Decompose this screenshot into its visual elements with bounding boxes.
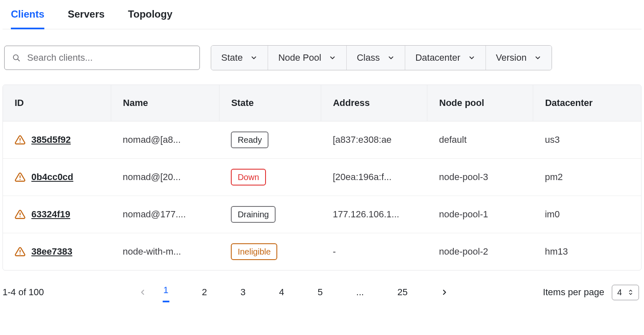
state-badge: Down	[231, 169, 266, 186]
pagination-row: 1-4 of 100 12345...25 Items per page 4	[3, 271, 641, 307]
page-number[interactable]: 2	[201, 284, 208, 300]
client-id-link[interactable]: 63324f19	[31, 209, 70, 220]
cell-dc: us3	[533, 121, 641, 159]
page-next-button[interactable]	[440, 288, 449, 296]
filter-node-pool[interactable]: Node Pool	[268, 46, 347, 70]
page-prev-button[interactable]	[138, 288, 147, 296]
cell-pool: node-pool-2	[427, 233, 533, 271]
cell-pool: node-pool-1	[427, 196, 533, 233]
controls-row: State Node Pool Class Datacenter Version	[3, 29, 641, 85]
page-number[interactable]: 1	[163, 282, 169, 302]
filter-group: State Node Pool Class Datacenter Version	[211, 45, 552, 70]
page-number[interactable]: 4	[278, 284, 285, 300]
page-ellipsis: ...	[355, 284, 365, 300]
cell-address: [a837:e308:ae	[321, 121, 427, 159]
filter-state[interactable]: State	[211, 46, 268, 70]
alert-triangle-icon	[15, 246, 26, 257]
cell-name: nomad@[20...	[111, 159, 220, 196]
cell-dc: im0	[533, 196, 641, 233]
chevron-down-icon	[387, 54, 395, 62]
page-number[interactable]: 3	[240, 284, 246, 300]
stepper-icon	[628, 289, 634, 296]
page-number[interactable]: 5	[317, 284, 324, 300]
tabs-bar: Clients Servers Topology	[3, 0, 641, 29]
filter-label: Node Pool	[278, 52, 321, 63]
filter-class[interactable]: Class	[347, 46, 405, 70]
chevron-down-icon	[329, 54, 336, 62]
col-header-id[interactable]: ID	[3, 85, 111, 121]
search-icon	[12, 54, 20, 62]
chevron-down-icon	[534, 54, 542, 62]
filter-label: Class	[357, 52, 380, 63]
filter-label: Version	[496, 52, 526, 63]
cell-pool: default	[427, 121, 533, 159]
cell-name: nomad@177....	[111, 196, 220, 233]
pagination-summary: 1-4 of 100	[3, 287, 44, 298]
alert-triangle-icon	[15, 172, 26, 183]
tab-servers[interactable]: Servers	[68, 8, 105, 29]
cell-pool: node-pool-3	[427, 159, 533, 196]
col-header-dc[interactable]: Datacenter	[533, 85, 641, 121]
cell-dc: pm2	[533, 159, 641, 196]
cell-dc: hm13	[533, 233, 641, 271]
svg-line-1	[18, 59, 19, 61]
cell-address: 177.126.106.1...	[321, 196, 427, 233]
search-input[interactable]	[27, 52, 192, 63]
pagination-nav: 12345...25	[138, 282, 449, 302]
col-header-state[interactable]: State	[219, 85, 321, 121]
table-row[interactable]: 63324f19nomad@177....Draining177.126.106…	[3, 196, 641, 233]
table-row[interactable]: 38ee7383node-with-m...Ineligible-node-po…	[3, 233, 641, 271]
per-page: Items per page 4	[543, 285, 639, 300]
client-id-link[interactable]: 38ee7383	[31, 246, 72, 257]
cell-name: nomad@[a8...	[111, 121, 220, 159]
tab-topology[interactable]: Topology	[128, 8, 172, 29]
client-id-link[interactable]: 0b4cc0cd	[31, 172, 73, 183]
filter-label: State	[221, 52, 243, 63]
filter-datacenter[interactable]: Datacenter	[405, 46, 486, 70]
clients-table: ID Name State Address Node pool Datacent…	[3, 85, 641, 271]
search-box[interactable]	[4, 46, 200, 70]
per-page-label: Items per page	[543, 287, 604, 298]
state-badge: Ready	[231, 131, 268, 148]
cell-address: [20ea:196a:f...	[321, 159, 427, 196]
state-badge: Draining	[231, 206, 275, 223]
client-id-link[interactable]: 385d5f92	[31, 134, 71, 145]
cell-address: -	[321, 233, 427, 271]
table-row[interactable]: 385d5f92nomad@[a8...Ready[a837:e308:aede…	[3, 121, 641, 159]
alert-triangle-icon	[15, 134, 26, 145]
page-number[interactable]: 25	[396, 284, 408, 300]
per-page-select[interactable]: 4	[612, 285, 639, 300]
table-row[interactable]: 0b4cc0cdnomad@[20...Down[20ea:196a:f...n…	[3, 159, 641, 196]
col-header-name[interactable]: Name	[111, 85, 220, 121]
alert-triangle-icon	[15, 209, 26, 220]
chevron-down-icon	[250, 54, 258, 62]
chevron-down-icon	[468, 54, 475, 62]
cell-name: node-with-m...	[111, 233, 220, 271]
filter-label: Datacenter	[415, 52, 460, 63]
filter-version[interactable]: Version	[486, 46, 552, 70]
state-badge: Ineligible	[231, 243, 277, 260]
col-header-pool[interactable]: Node pool	[427, 85, 533, 121]
per-page-value: 4	[617, 288, 622, 297]
col-header-address[interactable]: Address	[321, 85, 427, 121]
tab-clients[interactable]: Clients	[11, 8, 44, 29]
